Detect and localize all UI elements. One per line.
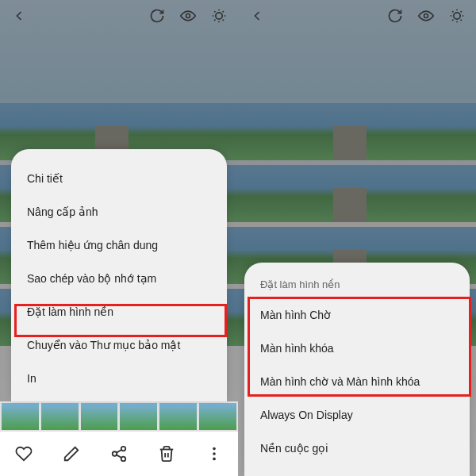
- eye-icon[interactable]: [179, 8, 197, 24]
- thumbnail[interactable]: [159, 403, 197, 430]
- menu-item-print[interactable]: In: [11, 362, 227, 395]
- thumbnail[interactable]: [41, 403, 79, 430]
- back-icon[interactable]: [249, 8, 265, 24]
- thumbnail[interactable]: [199, 403, 236, 430]
- svg-point-9: [213, 458, 216, 461]
- menu-item-aod[interactable]: Always On Display: [244, 398, 470, 432]
- thumbnail-row: [0, 401, 238, 432]
- menu-item-details[interactable]: Chi tiết: [11, 162, 227, 195]
- svg-line-6: [117, 450, 121, 453]
- svg-point-2: [121, 447, 126, 451]
- eye-icon[interactable]: [417, 8, 435, 24]
- photo-strip[interactable]: [238, 165, 476, 222]
- share-icon[interactable]: [110, 445, 128, 463]
- svg-point-4: [121, 457, 126, 462]
- menu-item-call-bg[interactable]: Nền cuộc gọi: [244, 432, 470, 465]
- sync-icon[interactable]: [149, 8, 165, 24]
- more-icon[interactable]: [205, 445, 223, 463]
- svg-point-7: [213, 447, 216, 451]
- svg-point-10: [424, 14, 428, 18]
- thumbnail[interactable]: [2, 403, 39, 430]
- menu-item-both-screens[interactable]: Màn hình chờ và Màn hình khóa: [244, 365, 470, 398]
- screenshot-left: Chi tiết Nâng cấp ảnh Thêm hiệu ứng chân…: [0, 0, 238, 476]
- edit-icon[interactable]: [63, 445, 80, 463]
- menu-item-portrait[interactable]: Thêm hiệu ứng chân dung: [11, 228, 227, 262]
- svg-point-1: [216, 13, 222, 19]
- svg-point-11: [454, 13, 460, 19]
- menu-item-home-screen[interactable]: Màn hình Chờ: [244, 298, 470, 332]
- topbar: [238, 0, 476, 32]
- menu-item-enhance[interactable]: Nâng cấp ảnh: [11, 195, 227, 228]
- menu-item-lock-screen[interactable]: Màn hình khóa: [244, 332, 470, 365]
- thumbnail[interactable]: [81, 403, 118, 430]
- svg-point-8: [213, 452, 216, 455]
- svg-point-3: [113, 451, 117, 456]
- heart-icon[interactable]: [15, 445, 33, 463]
- screenshot-right: Đặt làm hình nền Màn hình Chờ Màn hình k…: [238, 0, 476, 476]
- sync-icon[interactable]: [387, 8, 403, 24]
- menu-item-secure-folder[interactable]: Chuyển vào Thư mục bảo mật: [11, 328, 227, 362]
- svg-point-0: [186, 14, 190, 18]
- back-icon[interactable]: [11, 8, 27, 24]
- trash-icon[interactable]: [158, 445, 175, 463]
- bottom-toolbar: [0, 432, 238, 476]
- menu-title: Đặt làm hình nền: [244, 275, 470, 298]
- context-menu: Chi tiết Nâng cấp ảnh Thêm hiệu ứng chân…: [11, 149, 227, 401]
- thumbnail[interactable]: [120, 403, 157, 430]
- menu-item-copy[interactable]: Sao chép vào bộ nhớ tạm: [11, 262, 227, 295]
- photo-strip[interactable]: [238, 103, 476, 160]
- scan-icon[interactable]: [449, 8, 465, 24]
- menu-item-wallpaper[interactable]: Đặt làm hình nền: [11, 295, 227, 328]
- wallpaper-menu: Đặt làm hình nền Màn hình Chờ Màn hình k…: [244, 263, 470, 476]
- scan-icon[interactable]: [211, 8, 227, 24]
- topbar: [0, 0, 238, 32]
- svg-line-5: [117, 455, 121, 458]
